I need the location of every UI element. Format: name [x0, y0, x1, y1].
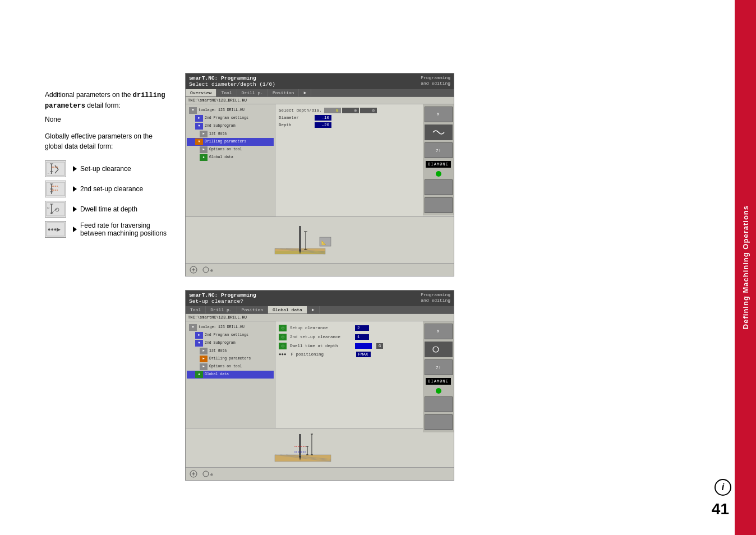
field-label: Dwell time at depth — [290, 344, 352, 348]
btn-extra1[interactable] — [425, 179, 453, 195]
tab-position[interactable]: Position — [268, 89, 299, 96]
bullet-arrow — [73, 206, 77, 212]
feed-rate-label: Feed rate for traversing between machini… — [73, 222, 168, 237]
field-label: Depth — [279, 123, 312, 127]
screen1: smarT.NC: Programming Select diameter/de… — [185, 73, 454, 276]
field-value: -10 — [315, 115, 331, 121]
screen1-path: TNC:\smartNC\123_DRILL.HU — [186, 97, 454, 104]
screen2-title2: Set-up clearance? — [189, 298, 256, 305]
screen1-body: ▼ toolage: 123 DRILL.HU ► 2nd Program se… — [186, 104, 454, 216]
btn-num2[interactable]: 7↑ — [425, 359, 453, 375]
tree-icon: ● — [200, 154, 208, 161]
global-field-row: ⬡ Setup clearance 2 — [279, 325, 420, 331]
svg-rect-44 — [299, 434, 301, 456]
field-extra: G — [376, 343, 383, 349]
tab-tool[interactable]: Tool — [216, 89, 237, 96]
tree-item: ▼ 2nd Subprogram — [187, 339, 274, 347]
field-icon: ⊞ — [342, 108, 359, 113]
svg-rect-6 — [47, 182, 64, 196]
screen1-tree: ▼ toolage: 123 DRILL.HU ► 2nd Program se… — [186, 104, 275, 216]
tab-overview[interactable]: Overview — [186, 89, 216, 96]
vertical-chapter-label: Defining Machining Operations — [735, 0, 756, 535]
field-row: Select depth/dia. 0 ⊞ ⊟ — [279, 108, 420, 113]
field-value: 2 — [355, 325, 369, 331]
bullet-arrow — [73, 166, 77, 172]
global-field-row: ●●● F positioning FMAX — [279, 352, 420, 357]
tree-item: ▼ toolage: 123 DRILL.HU — [187, 107, 274, 114]
screen1-tabs: Overview Tool Drill p. Position ► — [186, 89, 454, 97]
btn-num[interactable]: 7↑ — [425, 142, 453, 158]
tree-icon: ► — [195, 332, 203, 339]
tree-item: ► 1st data — [187, 130, 274, 138]
info-icon: i — [714, 479, 731, 496]
right-panels: smarT.NC: Programming Select diameter/de… — [185, 0, 735, 535]
tab-drill-p[interactable]: Drill p. — [237, 89, 268, 96]
tree-icon: ► — [200, 348, 208, 354]
btn-s2[interactable] — [425, 414, 453, 430]
btn-s1[interactable] — [425, 396, 453, 412]
tab2-more[interactable]: ► — [307, 306, 320, 313]
btn-j2[interactable] — [425, 342, 453, 357]
tab2-drill[interactable]: Drill p. — [206, 306, 237, 313]
tree-item: ► 2nd Program settings — [187, 331, 274, 339]
tab-more[interactable]: ► — [299, 89, 311, 96]
tree-icon: ▼ — [189, 107, 197, 114]
screen2-header: smarT.NC: Programming Set-up clearance? … — [186, 290, 454, 306]
global-field-row: ⬡ 2nd set-up clearance 1 — [279, 334, 420, 340]
tab2-tool[interactable]: Tool — [186, 306, 206, 313]
field-label: F positioning — [291, 352, 353, 357]
tree-icon: ► — [200, 146, 208, 153]
btn-extra2[interactable] — [425, 197, 453, 213]
svg-text:⊕: ⊕ — [210, 472, 213, 477]
tree-item: ▼ 2nd Subprogram — [187, 122, 274, 130]
field-value: FMAX — [356, 352, 371, 357]
tree-item: ► Drilling parameters — [187, 355, 274, 363]
tab2-position[interactable]: Position — [237, 306, 268, 313]
screen1-prog-label: Programmingand editing — [421, 75, 450, 87]
tree-item: ► 1st data — [187, 347, 274, 355]
tab2-global[interactable]: Global data — [268, 306, 307, 313]
tree-item: ► Options on tool — [187, 363, 274, 371]
tree-icon: ► — [200, 356, 208, 362]
global-field-row: ⬡ Dwell time at depth G — [279, 343, 420, 349]
tree-icon: ● — [195, 371, 203, 378]
field-value-active — [355, 343, 372, 349]
svg-text:←→: ←→ — [47, 172, 53, 175]
screen2-tabs: Tool Drill p. Position Global data ► — [186, 306, 454, 314]
svg-rect-27 — [299, 226, 301, 250]
field-row: Depth -20 — [279, 122, 420, 128]
screen2-global-fields: ⬡ Setup clearance 2 ⬡ 2nd set-up clearan… — [275, 321, 423, 428]
field-icon: ⬡ — [279, 325, 287, 331]
btn-m2[interactable]: M — [425, 324, 453, 339]
svg-point-37 — [203, 267, 209, 273]
tree-item: ► 2nd Program settings — [187, 114, 274, 122]
field-icon: ⬡ — [279, 334, 287, 340]
screen1-title1: smarT.NC: Programming — [189, 75, 275, 81]
bullet-arrow — [73, 186, 77, 192]
parameter-list: ←→ Set-up clearance — [45, 160, 168, 238]
none-label: None — [45, 116, 168, 123]
global-text: Globally effective parameters on the glo… — [45, 131, 168, 151]
screen1-header: smarT.NC: Programming Select diameter/de… — [186, 73, 454, 89]
dwell-time-icon: M — [45, 201, 66, 218]
screen2-path: TNC:\smartNC\123_DRILL.HU — [186, 314, 454, 321]
page-number: 41 — [712, 500, 729, 518]
tree-item-active: ▼ Drilling parameters — [187, 138, 274, 146]
field-icon: ⬡ — [279, 343, 287, 349]
tree-icon: ► — [200, 131, 208, 137]
field-icon2: ⊟ — [360, 108, 377, 113]
field-label: Select depth/dia. — [279, 108, 322, 113]
list-item: ●●●▶ Feed rate for traversing between ma… — [45, 221, 168, 238]
btn-m[interactable]: M — [425, 107, 453, 122]
diamone-label: DIAMØNE — [426, 161, 450, 168]
btn-j[interactable] — [425, 124, 453, 140]
green-dot2 — [436, 388, 441, 394]
field-value: 0 — [324, 108, 341, 113]
screen2-diagram — [186, 428, 454, 467]
screen1-bottom: ⊕ — [186, 263, 454, 276]
global-data-label: global data — [45, 142, 78, 150]
list-item: M Dwell time at depth — [45, 201, 168, 218]
svg-text:⊕: ⊕ — [210, 268, 213, 273]
dwell-time-label: Dwell time at depth — [73, 205, 137, 213]
screen2: smarT.NC: Programming Set-up clearance? … — [185, 290, 454, 481]
